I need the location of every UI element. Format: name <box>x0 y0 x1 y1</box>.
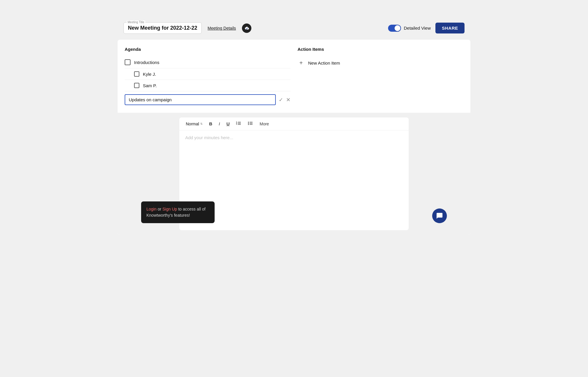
detailed-view-toggle[interactable] <box>388 25 401 32</box>
agenda-checkbox-introductions[interactable] <box>125 59 131 65</box>
login-banner-text: Login or Sign Up to access all of Knowtw… <box>146 207 206 218</box>
login-link[interactable]: Login <box>146 207 156 211</box>
svg-point-8 <box>248 124 249 125</box>
agenda-checkbox-sam[interactable] <box>134 83 139 88</box>
confirm-icon[interactable]: ✓ <box>279 97 283 103</box>
meeting-title-wrapper: Meeting Title New Meeting for 2022-12-22 <box>123 22 202 34</box>
format-select-label: Normal <box>186 122 199 126</box>
agenda-section: Agenda Introductions Kyle J. Sam P. <box>125 47 290 108</box>
agenda-item-label: Sam P. <box>143 83 157 88</box>
meeting-title-label: Meeting Title <box>127 21 145 24</box>
editor-placeholder: Add your minutes here... <box>185 135 233 140</box>
list-item: Kyle J. <box>125 68 290 80</box>
toggle-knob <box>395 25 400 31</box>
toggle-wrapper: Detailed View <box>388 25 431 32</box>
chat-button[interactable] <box>432 208 447 223</box>
list-item: Sam P. <box>125 80 290 91</box>
agenda-edit-row: ✓ ✕ <box>125 94 290 108</box>
cloud-saved-icon <box>242 23 251 33</box>
svg-text:3.: 3. <box>236 123 238 125</box>
meeting-details-link[interactable]: Meeting Details <box>208 26 236 31</box>
more-button[interactable]: More <box>257 120 271 127</box>
agenda-item-label: Kyle J. <box>143 72 156 77</box>
login-banner: Login or Sign Up to access all of Knowtw… <box>141 201 215 223</box>
agenda-checkbox-kyle[interactable] <box>134 71 139 77</box>
new-action-item-button[interactable]: + New Action Item <box>298 56 463 69</box>
svg-point-6 <box>248 122 249 123</box>
agenda-title: Agenda <box>125 47 290 52</box>
new-action-item-label: New Action Item <box>308 60 340 65</box>
unordered-list-button[interactable] <box>245 120 255 128</box>
meeting-title-value: New Meeting for 2022-12-22 <box>128 25 197 31</box>
signup-link[interactable]: Sign Up <box>163 207 177 211</box>
detailed-view-label: Detailed View <box>404 26 431 31</box>
plus-icon: + <box>298 59 305 66</box>
header-right: Detailed View SHARE <box>388 23 465 33</box>
action-items-section: Action Items + New Action Item <box>298 47 463 108</box>
format-select-arrow: ⇅ <box>200 122 203 125</box>
format-select[interactable]: Normal ⇅ <box>183 120 205 127</box>
agenda-item-label: Introductions <box>134 60 159 65</box>
agenda-edit-input[interactable] <box>125 94 276 105</box>
editor-toolbar: Normal ⇅ B I U 1. 2. 3. <box>179 117 409 130</box>
bold-button[interactable]: B <box>207 120 215 127</box>
svg-point-7 <box>248 123 249 124</box>
action-items-title: Action Items <box>298 47 463 52</box>
share-button[interactable]: SHARE <box>435 23 465 33</box>
login-banner-or: or <box>158 207 162 211</box>
header: Meeting Title New Meeting for 2022-12-22… <box>118 18 470 38</box>
underline-button[interactable]: U <box>224 120 232 127</box>
ordered-list-button[interactable]: 1. 2. 3. <box>234 120 244 128</box>
cancel-icon[interactable]: ✕ <box>286 97 290 103</box>
content-grid: Agenda Introductions Kyle J. Sam P. <box>125 47 463 108</box>
list-item: Introductions <box>125 56 290 68</box>
italic-button[interactable]: I <box>216 120 222 127</box>
